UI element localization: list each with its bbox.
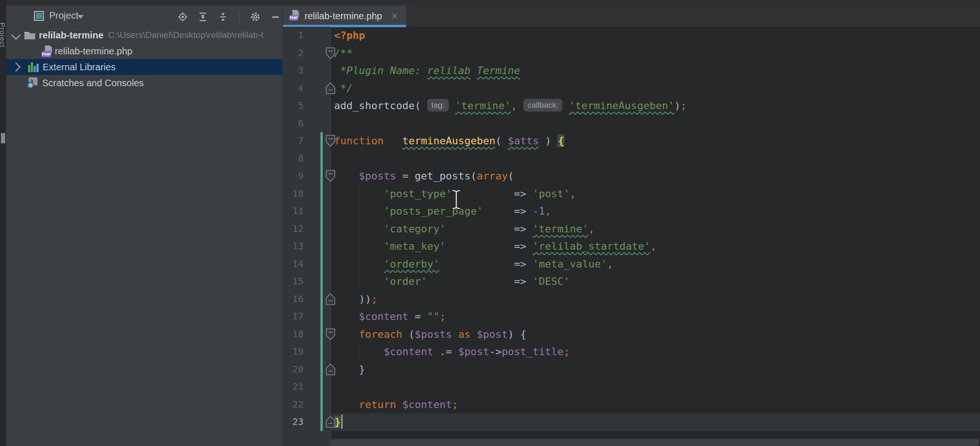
code-token-strw: 'orderby' <box>384 258 439 270</box>
fold-start-icon[interactable] <box>325 327 336 341</box>
ide-window: Project Project <box>0 0 980 446</box>
code-line[interactable]: */ <box>331 80 980 97</box>
project-stripe-button[interactable]: Project <box>0 22 7 116</box>
editor-viewport[interactable]: 1<?php2/**3 *Plugin Name: relilab Termin… <box>282 27 980 446</box>
code-token-brace: { <box>557 134 564 147</box>
expand-all-icon[interactable] <box>198 12 208 22</box>
code-line[interactable]: } <box>331 413 980 431</box>
code-token-kw: ; <box>371 293 377 305</box>
code-line[interactable]: 'category' => 'termine', <box>331 220 980 238</box>
code-line[interactable]: 'meta_key' => 'relilab_startdate', <box>331 238 980 255</box>
code-token-pun: .= <box>433 346 458 357</box>
code-token-pun: ( <box>415 100 427 112</box>
code-line[interactable]: foreach ($posts as $post) { <box>331 326 980 343</box>
fold-end-icon[interactable] <box>325 82 336 95</box>
line-number: 14 <box>282 255 304 273</box>
code-line[interactable]: add_shortcode( tag: 'termine', callback:… <box>331 97 980 115</box>
code-line[interactable]: /** <box>331 45 980 62</box>
code-token-cmtw: Termine <box>477 65 520 76</box>
line-number: 4 <box>282 80 304 97</box>
code-token-pun: ) <box>539 135 557 147</box>
code-token-cmt: /** <box>334 47 353 59</box>
settings-gear-icon[interactable] <box>250 12 260 22</box>
folder-icon <box>24 27 36 43</box>
line-number: 8 <box>282 150 304 168</box>
code-token-kw: ; <box>452 399 458 410</box>
code-line[interactable]: *Plugin Name: relilab Termine <box>331 62 980 80</box>
line-number: 22 <box>282 396 304 414</box>
code-token-pun <box>334 275 384 287</box>
code-token-strw: 'relilab_startdate' <box>533 240 651 252</box>
chevron-expanded-icon[interactable] <box>11 30 21 40</box>
line-number: 3 <box>282 62 304 80</box>
scratches-icon <box>27 75 39 91</box>
project-tree: relilab-termine C:\Users\Daniel\Desktop\… <box>6 27 282 91</box>
code-token-var: $posts <box>359 170 396 182</box>
code-token-call: get_posts <box>415 170 470 182</box>
code-line[interactable]: )); <box>331 290 980 308</box>
horizontal-scrollbar[interactable] <box>331 439 979 446</box>
code-line[interactable] <box>331 150 980 168</box>
fold-end-icon[interactable] <box>325 292 336 306</box>
code-token-pun: => <box>445 240 532 252</box>
code-line[interactable]: <?php <box>331 27 980 45</box>
code-token-pun <box>334 399 359 410</box>
tree-row-external-libraries[interactable]: External Libraries <box>6 59 282 75</box>
locate-icon[interactable] <box>178 12 188 22</box>
panel-title[interactable]: Project <box>49 10 78 21</box>
code-line[interactable]: 'orderby' => 'meta_value', <box>331 255 980 273</box>
chevron-down-icon[interactable] <box>77 15 84 19</box>
code-token-kw: , <box>651 240 657 252</box>
code-token-pun: ( <box>508 170 514 182</box>
code-token-pun: ( <box>495 135 508 147</box>
line-number: 7 <box>282 132 304 150</box>
code-line[interactable]: return $content; <box>331 396 980 414</box>
code-line[interactable]: $content .= $post->post_title; <box>331 343 980 361</box>
code-token-pun: -> <box>489 346 502 357</box>
code-line[interactable]: 'post_type' => 'post', <box>331 185 980 203</box>
code-line[interactable]: $posts = get_posts(array( <box>331 167 980 185</box>
tab-label[interactable]: relilab-termine.php <box>304 11 382 22</box>
stripe-mini-icon[interactable] <box>1 133 5 143</box>
line-number: 15 <box>282 273 304 290</box>
tree-row-scratches[interactable]: Scratches and Consoles <box>6 75 282 91</box>
fold-start-icon[interactable] <box>325 46 336 60</box>
project-panel: Project <box>6 6 283 446</box>
code-line[interactable]: $content = ""; <box>331 308 980 326</box>
svg-text:PHP: PHP <box>290 15 298 20</box>
code-line[interactable]: function termineAusgeben( $atts ) { <box>331 132 980 150</box>
tree-item-label[interactable]: Scratches and Consoles <box>42 75 144 91</box>
code-line[interactable]: 'order' => 'DESC' <box>331 273 980 290</box>
code-line[interactable] <box>331 115 980 133</box>
code-line[interactable]: } <box>331 361 980 379</box>
tree-item-path: C:\Users\Daniel\Desktop\relilab\relilab-… <box>108 30 264 40</box>
code-token-pun: = <box>396 170 415 182</box>
code-token-pun <box>334 258 384 270</box>
code-token-pun: ( <box>470 170 476 182</box>
code-token-kw: foreach <box>359 328 402 340</box>
collapse-all-icon[interactable] <box>218 12 228 22</box>
fold-end-icon[interactable] <box>325 415 336 429</box>
tree-item-label[interactable]: relilab-termine.php <box>55 43 133 59</box>
tree-item-label[interactable]: relilab-termine <box>39 30 104 41</box>
code-token-pun <box>396 399 402 410</box>
line-number: 20 <box>282 361 304 379</box>
tab-relilab-termine-php[interactable]: PHP relilab-termine.php ✕ <box>283 6 406 27</box>
php-file-icon: PHP <box>42 43 52 59</box>
tree-row-project-root[interactable]: relilab-termine C:\Users\Daniel\Desktop\… <box>6 27 282 43</box>
code-line[interactable]: 'posts_per_page' => -1, <box>331 202 980 220</box>
hide-panel-icon[interactable] <box>270 12 281 22</box>
code-token-pun <box>517 100 523 112</box>
chevron-collapsed-icon[interactable] <box>11 62 21 72</box>
fold-start-icon[interactable] <box>325 169 336 183</box>
code-token-cmt: */ <box>334 82 353 94</box>
tree-row-php-file[interactable]: PHP relilab-termine.php <box>6 43 282 59</box>
fold-start-icon[interactable] <box>325 134 336 148</box>
fold-end-icon[interactable] <box>325 363 336 376</box>
tree-item-label[interactable]: External Libraries <box>43 59 116 75</box>
close-icon[interactable]: ✕ <box>391 11 399 22</box>
line-number: 6 <box>282 115 304 133</box>
code-token-pun: => <box>445 223 532 235</box>
code-line[interactable] <box>331 378 980 396</box>
code-token-call: add_shortcode <box>334 100 415 112</box>
